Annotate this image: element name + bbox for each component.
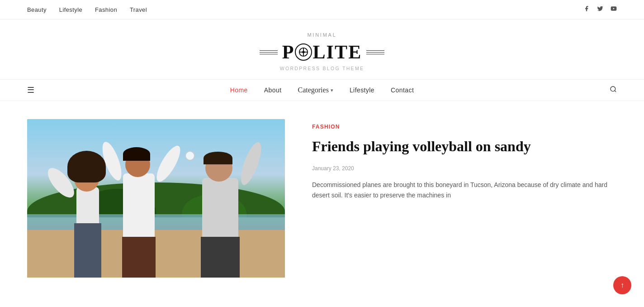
facebook-icon[interactable] xyxy=(583,5,590,14)
social-icons xyxy=(583,5,617,14)
article-info: Fashion Friends playing volleyball on sa… xyxy=(312,119,617,201)
svg-line-6 xyxy=(615,91,616,92)
main-content: Fashion Friends playing volleyball on sa… xyxy=(0,101,644,296)
twitter-icon[interactable] xyxy=(597,5,603,14)
top-nav-travel[interactable]: Travel xyxy=(130,6,147,13)
person-3 xyxy=(191,146,254,278)
logo-circle-icon xyxy=(295,43,312,61)
logo-subtitle-bottom: WORDPRESS BLOG THEME xyxy=(9,66,635,71)
scroll-top-icon: ↑ xyxy=(620,281,624,289)
top-navigation: Beauty Lifestyle Fashion Travel xyxy=(0,0,644,19)
youtube-icon[interactable] xyxy=(611,5,617,14)
top-nav-lifestyle[interactable]: Lifestyle xyxy=(59,6,82,13)
logo-subtitle-top: MINIMAL xyxy=(9,32,635,38)
logo-lines-left xyxy=(260,50,278,54)
article-excerpt: Decommissioned planes are brought to thi… xyxy=(312,180,617,201)
hamburger-menu-icon[interactable]: ☰ xyxy=(27,85,34,95)
logo-lines-right xyxy=(366,50,384,54)
article-title[interactable]: Friends playing volleyball on sandy xyxy=(312,137,617,156)
logo-letter-p: P xyxy=(282,41,295,63)
hero-scene xyxy=(27,119,285,278)
article-date: January 23, 2020 xyxy=(312,165,617,172)
logo-text: P LITE xyxy=(282,41,362,63)
search-icon[interactable] xyxy=(610,86,617,95)
volleyball xyxy=(185,151,195,161)
nav-links: Home About Categories ▾ Lifestyle Contac… xyxy=(230,86,414,94)
main-navigation: ☰ Home About Categories ▾ Lifestyle Cont… xyxy=(0,79,644,101)
nav-categories-label: Categories xyxy=(298,86,328,94)
svg-point-5 xyxy=(611,86,616,91)
article-category[interactable]: Fashion xyxy=(312,124,617,130)
top-nav-beauty[interactable]: Beauty xyxy=(27,6,47,13)
logo-letter-lite: LITE xyxy=(313,41,362,63)
chevron-down-icon: ▾ xyxy=(331,87,333,93)
logo-area: MINIMAL P LITE WORDPRESS BLOG TH xyxy=(0,19,644,79)
nav-categories-dropdown[interactable]: Categories ▾ xyxy=(298,86,333,94)
nav-lifestyle[interactable]: Lifestyle xyxy=(350,86,374,94)
scroll-to-top-button[interactable]: ↑ xyxy=(613,276,631,294)
hero-image[interactable] xyxy=(27,119,285,278)
nav-about[interactable]: About xyxy=(264,86,282,94)
svg-point-4 xyxy=(303,51,305,53)
logo-main[interactable]: P LITE xyxy=(9,41,635,63)
nav-contact[interactable]: Contact xyxy=(391,86,414,94)
top-nav-links: Beauty Lifestyle Fashion Travel xyxy=(27,6,147,13)
person-2 xyxy=(109,137,168,278)
hero-image-container xyxy=(27,119,285,278)
top-nav-fashion[interactable]: Fashion xyxy=(95,6,117,13)
nav-home[interactable]: Home xyxy=(230,86,248,94)
